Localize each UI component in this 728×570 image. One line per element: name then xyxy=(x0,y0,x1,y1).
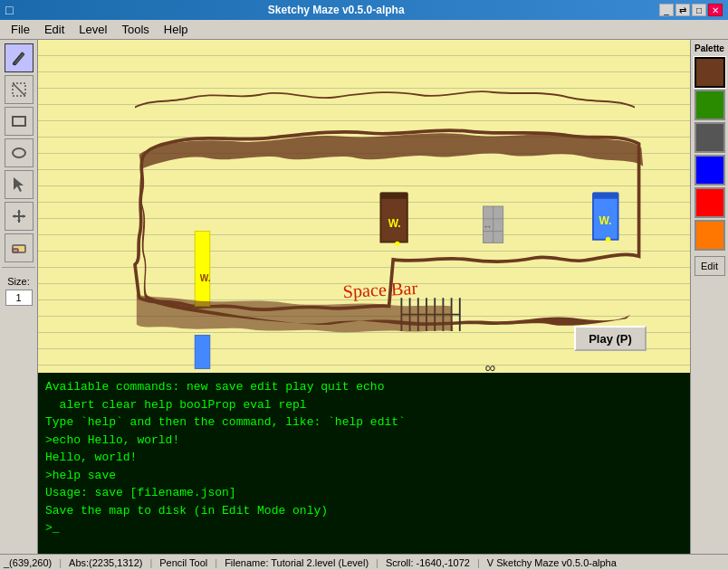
svg-rect-15 xyxy=(13,249,18,252)
svg-point-30 xyxy=(606,237,611,242)
eraser-tool[interactable] xyxy=(5,233,34,262)
svg-rect-5 xyxy=(13,117,25,126)
play-button[interactable]: Play (P) xyxy=(574,326,647,351)
rect-icon xyxy=(10,112,28,130)
status-abs: Abs:(2235,1312) xyxy=(69,557,142,568)
color-swatch-red[interactable] xyxy=(694,187,725,218)
svg-marker-7 xyxy=(14,177,24,192)
toolbar-divider xyxy=(2,267,35,268)
line-icon xyxy=(10,81,28,99)
status-version: V Sketchy Maze v0.5.0-alpha xyxy=(487,557,617,568)
titlebar-title: Sketchy Maze v0.5.0-alpha xyxy=(13,4,659,16)
svg-point-21 xyxy=(395,242,400,247)
color-swatch-orange[interactable] xyxy=(694,220,725,251)
titlebar: □ Sketchy Maze v0.5.0-alpha _ ⇄ □ ✕ xyxy=(0,0,728,20)
menu-item-level[interactable]: Level xyxy=(72,21,114,38)
color-swatch-gray[interactable] xyxy=(694,122,725,153)
move-icon xyxy=(10,207,28,225)
maximize-button[interactable]: □ xyxy=(692,4,706,16)
main-layout: Size: W. xyxy=(0,40,728,554)
svg-marker-12 xyxy=(17,210,21,213)
terminal-line-1: Available commands: new save edit play q… xyxy=(45,378,683,396)
pencil-icon xyxy=(10,49,28,67)
pencil-tool[interactable] xyxy=(5,43,34,72)
terminal-line-2: alert clear help boolProp eval repl xyxy=(45,396,683,414)
menubar: FileEditLevelToolsHelp xyxy=(0,20,728,40)
terminal[interactable]: Available commands: new save edit play q… xyxy=(38,373,690,554)
svg-text:W.: W. xyxy=(599,214,611,227)
titlebar-left: □ xyxy=(5,3,13,17)
svg-marker-11 xyxy=(23,214,25,218)
restore-button[interactable]: ⇄ xyxy=(675,4,690,16)
svg-line-4 xyxy=(13,83,25,96)
menu-item-tools[interactable]: Tools xyxy=(114,21,156,38)
terminal-line-7: Usage: save [filename.json] xyxy=(45,484,683,502)
app-icon: □ xyxy=(5,3,13,17)
menu-item-help[interactable]: Help xyxy=(157,21,196,38)
color-swatch-brown[interactable] xyxy=(694,57,725,88)
terminal-line-6: >help save xyxy=(45,467,683,485)
terminal-line-4: >echo Hello, world! xyxy=(45,432,683,450)
maze-svg: W. W. ↔ W. xyxy=(38,40,690,373)
status-filename: Filename: Tutorial 2.level (Level) xyxy=(225,557,369,568)
move-tool[interactable] xyxy=(5,202,34,231)
svg-marker-13 xyxy=(17,220,21,223)
game-canvas[interactable]: W. W. ↔ W. xyxy=(38,40,690,373)
statusbar: _(639,260) | Abs:(2235,1312) | Pencil To… xyxy=(0,554,728,570)
svg-point-6 xyxy=(13,148,25,157)
status-cursor: _(639,260) xyxy=(4,557,52,568)
status-scroll: Scroll: -1640,-1072 xyxy=(386,557,470,568)
select-icon xyxy=(10,176,28,194)
eraser-icon xyxy=(10,239,28,257)
svg-text:↔: ↔ xyxy=(483,221,493,232)
rect-tool[interactable] xyxy=(5,107,34,136)
svg-rect-29 xyxy=(593,192,618,198)
ellipse-tool[interactable] xyxy=(5,138,34,167)
ellipse-icon xyxy=(10,144,28,162)
select-tool[interactable] xyxy=(5,170,34,199)
svg-rect-20 xyxy=(380,192,407,198)
menu-item-edit[interactable]: Edit xyxy=(37,21,72,38)
color-swatch-blue[interactable] xyxy=(694,155,725,185)
size-label: Size: xyxy=(7,276,29,287)
svg-text:W.: W. xyxy=(388,217,401,230)
terminal-input-line[interactable]: >_ xyxy=(45,519,683,537)
svg-marker-10 xyxy=(13,214,15,218)
terminal-prompt: >_ xyxy=(45,519,60,537)
titlebar-controls: _ ⇄ □ ✕ xyxy=(659,4,723,16)
color-swatch-green[interactable] xyxy=(694,90,725,120)
terminal-line-5: Hello, world! xyxy=(45,449,683,467)
canvas-area: W. W. ↔ W. xyxy=(38,40,690,554)
line-tool[interactable] xyxy=(5,75,34,104)
size-input[interactable] xyxy=(5,290,33,306)
terminal-line-8: Save the map to disk (in Edit Mode only) xyxy=(45,502,683,520)
svg-text:∞: ∞ xyxy=(484,359,495,373)
svg-text:W.: W. xyxy=(200,273,211,283)
svg-text:Space Bar: Space Bar xyxy=(342,278,418,302)
edit-palette-button[interactable]: Edit xyxy=(694,256,725,276)
svg-rect-16 xyxy=(195,232,210,307)
terminal-line-3: Type `help` and then the command, like: … xyxy=(45,413,683,432)
svg-rect-17 xyxy=(195,336,210,369)
terminal-input[interactable] xyxy=(60,521,683,535)
minimize-button[interactable]: _ xyxy=(659,4,674,16)
palette-label: Palette xyxy=(694,43,724,53)
close-button[interactable]: ✕ xyxy=(708,4,723,16)
right-palette: Palette Edit xyxy=(690,40,728,554)
left-toolbar: Size: xyxy=(0,40,38,554)
menu-item-file[interactable]: File xyxy=(4,21,37,38)
status-tool: Pencil Tool xyxy=(159,557,207,568)
